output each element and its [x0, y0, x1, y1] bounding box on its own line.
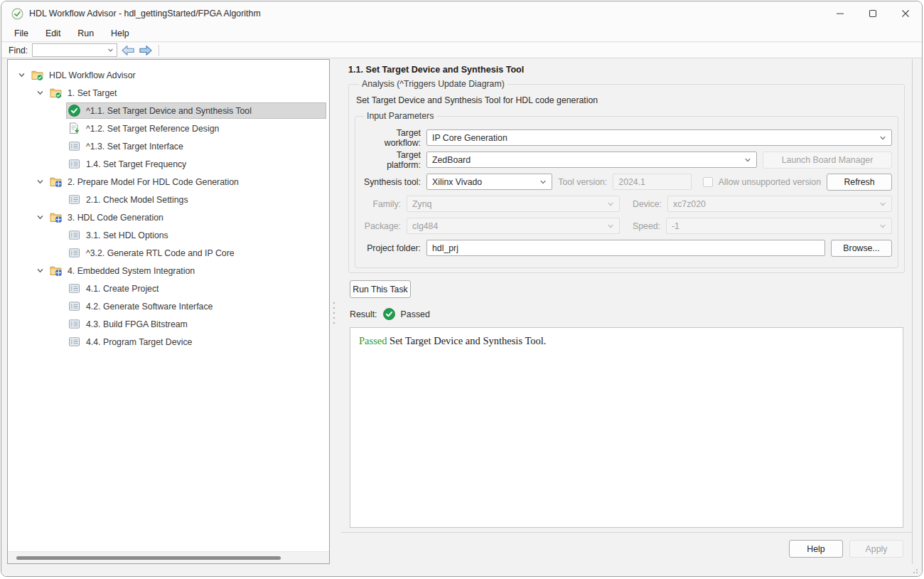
folder-grid-icon [50, 211, 63, 223]
menu-edit[interactable]: Edit [38, 27, 68, 40]
device-select: xc7z020 [667, 196, 892, 212]
chevron-down-icon [879, 134, 886, 142]
speed-value: -1 [672, 221, 879, 231]
toolbar-separator [159, 45, 159, 56]
tree-expander-icon[interactable] [32, 89, 48, 97]
tree-item-body[interactable]: 4.4. Program Target Device [66, 334, 326, 350]
tree-item[interactable]: ^1.2. Set Target Reference Design [8, 119, 329, 137]
tree-item-body[interactable]: 2. Prepare Model For HDL Code Generation [48, 174, 326, 190]
main-content: HDL Workflow Advisor1. Set Target^1.1. S… [1, 59, 922, 576]
tree-item[interactable]: 2. Prepare Model For HDL Code Generation [8, 173, 329, 191]
synthesis-tool-label: Synthesis tool: [361, 177, 421, 187]
tree-item-label: 4.4. Program Target Device [86, 337, 192, 347]
device-label: Device: [633, 199, 662, 209]
output-message: Set Target Device and Synthesis Tool. [387, 335, 546, 346]
maximize-button[interactable] [856, 1, 889, 26]
folder-grid-icon [50, 265, 63, 277]
close-button[interactable] [889, 1, 922, 26]
tree-item-body[interactable]: 4.1. Create Project [66, 280, 326, 297]
tree-expander-icon[interactable] [32, 178, 48, 186]
menu-help[interactable]: Help [104, 27, 136, 40]
target-workflow-row: Target workflow: IP Core Generation [361, 129, 892, 146]
tree-item[interactable]: 2.1. Check Model Settings [8, 191, 329, 208]
find-input[interactable] [32, 43, 117, 57]
chevron-down-icon [607, 201, 614, 208]
tree-item-body[interactable]: 2.1. Check Model Settings [66, 191, 326, 208]
find-previous-icon[interactable] [121, 45, 135, 56]
tree-item-body[interactable]: 4.3. Build FPGA Bitstream [66, 316, 326, 332]
task-main: 1.1. Set Target Device and Synthesis Too… [341, 59, 912, 532]
tree-item[interactable]: 4. Embedded System Integration [8, 262, 329, 280]
tree-expander-icon[interactable] [14, 71, 29, 79]
workflow-tree: HDL Workflow Advisor1. Set Target^1.1. S… [8, 60, 329, 351]
tree-item-label: 3.1. Set HDL Options [86, 230, 168, 240]
folder-check-icon [50, 87, 63, 99]
task-icon [68, 300, 81, 312]
project-folder-row: Project folder: hdl_prj Browse... [361, 240, 892, 256]
synthesis-tool-select[interactable]: Xilinx Vivado [426, 174, 552, 190]
window-resize-grip[interactable] [910, 566, 918, 573]
tree-item-body[interactable]: 1.4. Set Target Frequency [66, 156, 326, 172]
scrollbar-thumb[interactable] [16, 556, 281, 560]
package-label: Package: [361, 221, 401, 231]
tree-item-body[interactable]: 4. Embedded System Integration [48, 262, 326, 279]
launch-board-manager-button[interactable]: Launch Board Manager [763, 152, 892, 169]
tree-item-body[interactable]: HDL Workflow Advisor [29, 67, 326, 83]
run-this-task-button[interactable]: Run This Task [350, 280, 411, 298]
title-bar: HDL Workflow Advisor - hdl_gettingStarte… [1, 1, 922, 26]
menu-run[interactable]: Run [70, 27, 101, 40]
refresh-button[interactable]: Refresh [827, 174, 892, 191]
tree-item[interactable]: 3.1. Set HDL Options [8, 226, 329, 244]
tree-item[interactable]: ^3.2. Generate RTL Code and IP Core [8, 244, 329, 262]
tree-item[interactable]: HDL Workflow Advisor [8, 66, 329, 84]
tree-item-body[interactable]: 1. Set Target [48, 85, 326, 101]
target-platform-select[interactable]: ZedBoard [426, 152, 757, 168]
tree-item[interactable]: 1.4. Set Target Frequency [8, 155, 329, 173]
apply-button[interactable]: Apply [849, 540, 903, 558]
tree-item[interactable]: ^1.3. Set Target Interface [8, 137, 329, 155]
task-icon [68, 158, 81, 170]
synthesis-tool-row: Synthesis tool: Xilinx Vivado Tool versi… [361, 174, 892, 190]
tree-item-body[interactable]: ^3.2. Generate RTL Code and IP Core [66, 245, 326, 261]
target-workflow-select[interactable]: IP Core Generation [426, 129, 892, 146]
menu-file[interactable]: File [7, 27, 36, 40]
tree-item-body[interactable]: 3. HDL Code Generation [48, 209, 326, 225]
task-icon [68, 193, 81, 206]
tree-item[interactable]: ^1.1. Set Target Device and Synthesis To… [8, 102, 329, 119]
minimize-button[interactable] [824, 1, 856, 26]
tree-item[interactable]: 4.1. Create Project [8, 280, 329, 297]
tree-item[interactable]: 1. Set Target [8, 84, 329, 102]
tree-item-body[interactable]: ^1.1. Set Target Device and Synthesis To… [66, 102, 326, 119]
find-next-icon[interactable] [139, 45, 153, 56]
tree-expander-icon[interactable] [32, 267, 48, 275]
menu-bar: File Edit Run Help [1, 26, 922, 42]
project-folder-label: Project folder: [361, 243, 421, 253]
target-platform-value: ZedBoard [432, 155, 744, 165]
tree-item-body[interactable]: ^1.2. Set Target Reference Design [66, 120, 326, 137]
tree-item-label: 4.1. Create Project [86, 284, 159, 294]
result-row: Result: Passed [350, 308, 903, 320]
tree-item-label: 1. Set Target [68, 88, 117, 98]
chevron-down-icon [107, 47, 114, 53]
folder-check-icon [31, 69, 44, 81]
tree-item[interactable]: 4.3. Build FPGA Bitstream [8, 315, 329, 333]
browse-button[interactable]: Browse... [831, 240, 892, 257]
tool-version-value: 2024.1 [618, 177, 645, 187]
tree-item-body[interactable]: ^1.3. Set Target Interface [66, 138, 326, 154]
tree-item[interactable]: 3. HDL Code Generation [8, 208, 329, 226]
allow-unsupported-label: Allow unsupported version [719, 177, 821, 187]
tree-expander-icon[interactable] [32, 213, 48, 221]
analysis-legend: Analysis (^Triggers Update Diagram) [359, 79, 507, 89]
allow-unsupported-checkbox[interactable] [703, 177, 713, 187]
result-label: Result: [350, 309, 377, 319]
tree-item[interactable]: 4.2. Generate Software Interface [8, 297, 329, 315]
tree-item-body[interactable]: 4.2. Generate Software Interface [66, 298, 326, 314]
tree-item[interactable]: 4.4. Program Target Device [8, 333, 329, 351]
tree-horizontal-scrollbar[interactable] [8, 551, 329, 563]
help-button[interactable]: Help [789, 540, 843, 558]
target-platform-row: Target platform: ZedBoard Launch Board M… [361, 152, 892, 168]
chevron-down-icon [879, 223, 886, 230]
project-folder-input[interactable]: hdl_prj [426, 240, 825, 256]
panel-splitter-handle[interactable] [331, 302, 337, 324]
tree-item-body[interactable]: 3.1. Set HDL Options [66, 227, 326, 243]
